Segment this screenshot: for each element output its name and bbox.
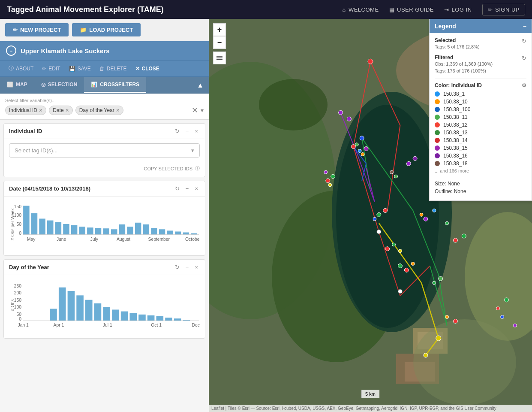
date-chart-container: # Obs per Week 150 100 50 0 xyxy=(4,197,205,255)
individual-id-select[interactable]: Select tag ID(s)... ▾ xyxy=(9,143,200,158)
tab-map[interactable]: ⬜ MAP xyxy=(0,77,34,93)
legend-color-gear[interactable]: ⚙ xyxy=(522,82,526,88)
app-title: Tagged Animal Movement Explorer (TAME) xyxy=(7,5,343,14)
date-close-button[interactable]: × xyxy=(193,185,200,193)
date-collapse-button[interactable]: − xyxy=(184,185,191,193)
nav-user-guide[interactable]: ▤ USER GUIDE xyxy=(389,6,434,13)
legend-dot-7 xyxy=(435,138,440,143)
nav-sign-up[interactable]: ✏ SIGN UP xyxy=(482,4,525,15)
filter-dropdown-button[interactable]: ▾ xyxy=(201,107,204,114)
filter-tag-day-of-year-remove[interactable]: × xyxy=(116,107,120,113)
svg-text:50: 50 xyxy=(16,222,21,227)
day-bar-7 xyxy=(76,295,84,321)
filter-tag-individual-id[interactable]: Individual ID × xyxy=(5,106,46,115)
home-icon: ⌂ xyxy=(343,6,346,13)
date-panel: Date (04/15/2018 to 10/13/2018) ↻ − × # … xyxy=(3,181,205,256)
about-button[interactable]: ⓘ ABOUT xyxy=(4,63,38,74)
date-bar-11 xyxy=(103,228,109,234)
map-area[interactable]: + − 5 km Leaflet | Tiles © Esri — Source… xyxy=(209,19,532,412)
day-bar-6 xyxy=(68,291,75,321)
svg-text:July: July xyxy=(90,237,99,242)
date-bar-12 xyxy=(111,229,117,234)
crossfilter-panels: Individual ID ↻ − × Select tag ID(s)... … xyxy=(0,120,209,412)
new-project-button[interactable]: ✏ NEW PROJECT xyxy=(5,23,69,36)
tab-crossfilters[interactable]: 📊 CROSSFILTERS xyxy=(84,77,146,93)
load-project-icon: 📁 xyxy=(80,27,87,33)
svg-text:May: May xyxy=(27,237,36,242)
legend-dot-9 xyxy=(435,153,440,158)
filter-tags: Individual ID × Date × Day of the Year ×… xyxy=(5,106,204,115)
day-of-year-close-button[interactable]: × xyxy=(193,263,200,271)
svg-point-36 xyxy=(413,319,516,405)
save-button[interactable]: 💾 SAVE xyxy=(65,64,95,73)
tab-selection[interactable]: ◎ SELECTION xyxy=(34,77,84,93)
individual-id-panel-actions: ↻ − × xyxy=(173,127,200,135)
day-of-year-panel-header: Day of the Year ↻ − × xyxy=(4,260,205,275)
individual-id-refresh-button[interactable]: ↻ xyxy=(173,127,181,135)
svg-text:150: 150 xyxy=(14,298,21,303)
project-name: Upper Klamath Lake Suckers xyxy=(21,47,110,55)
svg-text:October: October xyxy=(185,237,200,242)
legend-filtered-refresh[interactable]: ↻ xyxy=(522,55,526,61)
legend-dot-8 xyxy=(435,145,440,151)
date-bar-14 xyxy=(127,227,133,235)
svg-point-35 xyxy=(259,79,328,130)
day-bar-15 xyxy=(147,315,155,321)
individual-id-collapse-button[interactable]: − xyxy=(184,127,191,135)
svg-text:200: 200 xyxy=(14,291,21,295)
date-bar-16 xyxy=(143,224,149,235)
delete-icon: 🗑 xyxy=(99,66,105,72)
day-bar-17 xyxy=(165,318,172,321)
legend-collapse-button[interactable]: − xyxy=(523,23,526,30)
zoom-in-button[interactable]: + xyxy=(213,23,226,36)
individual-id-close-button[interactable]: × xyxy=(193,127,200,135)
filter-label: Select filter variable(s)... xyxy=(5,98,204,103)
individual-id-panel-header: Individual ID ↻ − × xyxy=(4,124,205,139)
nav-welcome[interactable]: ⌂ WELCOME xyxy=(343,6,379,13)
legend-color-label: Color: Individual ID xyxy=(435,82,482,88)
layers-button[interactable] xyxy=(213,52,226,64)
legend-item-label-8: 150.38_15 xyxy=(443,145,468,151)
filter-clear-button[interactable]: ✕ xyxy=(192,106,198,115)
close-button[interactable]: ✕ CLOSE xyxy=(131,64,164,73)
legend-filtered-obs: Obs: 1,369 of 1,369 (100%) xyxy=(435,61,526,67)
legend-item-1: 150.38_1 xyxy=(435,91,526,97)
filter-tag-date-remove[interactable]: × xyxy=(66,107,69,113)
legend-item-3: 150.38_100 xyxy=(435,106,526,112)
date-bar-17 xyxy=(151,228,157,235)
date-bar-10 xyxy=(95,228,101,235)
filter-tag-individual-id-remove[interactable]: × xyxy=(39,107,42,113)
edit-icon: ✏ xyxy=(42,66,46,72)
load-project-button[interactable]: 📁 LOAD PROJECT xyxy=(72,23,141,36)
date-bar-19 xyxy=(167,230,173,234)
day-of-year-panel-actions: ↻ − × xyxy=(173,263,200,271)
date-refresh-button[interactable]: ↻ xyxy=(173,185,181,193)
nav-log-in[interactable]: ⇥ LOG IN xyxy=(444,6,472,13)
delete-button[interactable]: 🗑 DELETE xyxy=(95,64,131,73)
copy-ids-label[interactable]: COPY SELECTED IDS xyxy=(144,166,193,171)
legend-body: Selected ↻ Tags: 5 of 176 (2.8%) Filtere… xyxy=(430,33,532,200)
day-bar-13 xyxy=(129,313,137,321)
date-panel-actions: ↻ − × xyxy=(173,185,200,193)
filter-tag-date[interactable]: Date × xyxy=(49,106,73,115)
svg-text:Apr 1: Apr 1 xyxy=(54,323,64,327)
date-bar-4 xyxy=(47,221,53,235)
day-of-year-collapse-button[interactable]: − xyxy=(184,263,191,271)
legend-dot-3 xyxy=(435,107,440,112)
svg-text:September: September xyxy=(148,237,170,242)
tab-collapse-button[interactable]: ▲ xyxy=(192,78,209,93)
day-of-year-refresh-button[interactable]: ↻ xyxy=(173,263,181,271)
date-bar-15 xyxy=(135,223,141,235)
date-panel-title: Date (04/15/2018 to 10/13/2018) xyxy=(9,185,90,192)
legend-selected-refresh[interactable]: ↻ xyxy=(522,38,526,44)
day-of-year-chart-container: # Obs 250 200 150 100 50 0 xyxy=(4,275,205,338)
filter-tag-day-of-year-label: Day of the Year xyxy=(79,107,114,113)
zoom-out-button[interactable]: − xyxy=(213,36,226,49)
day-of-year-panel: Day of the Year ↻ − × # Obs 250 xyxy=(3,259,205,339)
date-bar-2 xyxy=(31,213,37,235)
legend-item-label-5: 150.38_12 xyxy=(443,122,468,128)
legend-selected-value: Tags: 5 of 176 (2.8%) xyxy=(435,44,526,49)
date-bar-13 xyxy=(119,224,125,235)
edit-button[interactable]: ✏ EDIT xyxy=(38,64,64,73)
filter-tag-day-of-year[interactable]: Day of the Year × xyxy=(75,106,123,115)
